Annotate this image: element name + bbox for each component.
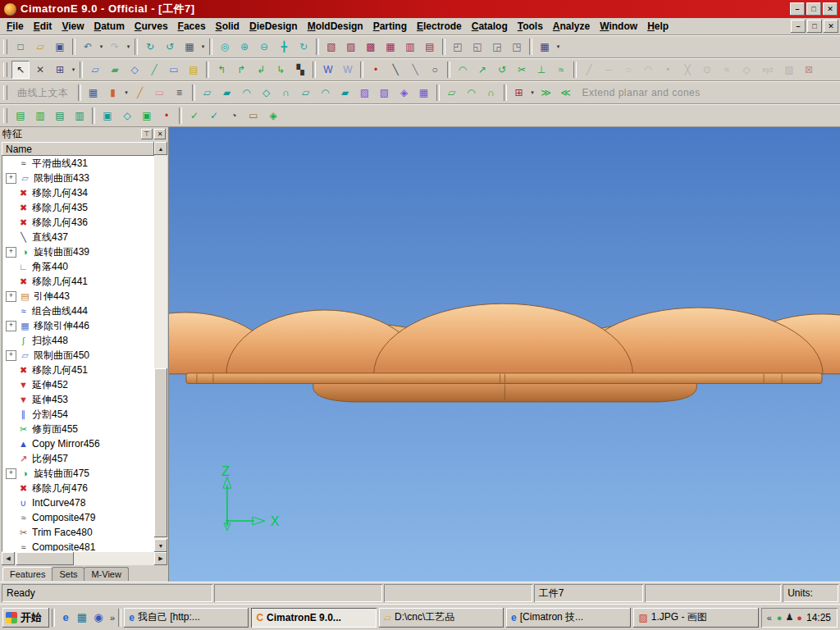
patch-surface-button[interactable]: ◈ [395,84,413,102]
sketch-hatch-button[interactable]: ▨ [780,61,798,79]
tree-item[interactable]: +▦移除引伸446 [2,318,154,333]
scroll-down-icon[interactable]: ▼ [154,539,167,552]
step-back-button[interactable]: ↰ [212,61,231,79]
menu-datum[interactable]: Datum [89,19,130,34]
extend-surface-button[interactable]: ≫ [537,84,555,102]
tree-item[interactable]: +▱限制曲面433 [2,171,154,185]
vertical-scrollbar[interactable]: ▲ ▼ [154,142,167,552]
menu-help[interactable]: Help [642,19,673,34]
tree-item[interactable]: ∟角落440 [2,259,154,274]
mesh-surface-button[interactable]: ▨ [356,84,374,102]
menu-diedesign[interactable]: DieDesign [244,19,303,34]
qq-icon[interactable]: ♟ [785,612,793,623]
paste-feature-button[interactable]: ▥ [71,107,89,125]
tree-item[interactable]: ≈平滑曲线431 [2,156,154,171]
toolbar-grip[interactable] [3,85,7,100]
pen-button[interactable]: ╱ [131,84,149,102]
tree-item[interactable]: ▼延伸452 [2,377,154,392]
ruled-surface-button[interactable]: ▱ [199,84,217,102]
tab-features[interactable]: Features [2,567,52,581]
tab-m-view[interactable]: M-View [84,567,128,581]
normal-curve-button[interactable]: ⊥ [532,61,550,79]
fill-color-button[interactable]: ▮ [104,84,122,102]
view-side-button[interactable]: ▦ [381,38,399,56]
sketch-point-button[interactable]: • [659,61,677,79]
sketch-delete-button[interactable]: ⊠ [800,61,818,79]
dropdown-arrow-icon[interactable]: ▾ [123,84,130,101]
media-player-icon[interactable]: ◉ [90,609,107,626]
active-part-button[interactable]: ▣ [138,107,156,125]
fillet-curve-button[interactable]: ↺ [493,61,511,79]
pin-icon[interactable]: ⊤ [141,129,153,139]
display-edges-button[interactable]: ◳ [508,38,526,56]
revolve-surface-button[interactable]: ◠ [238,84,256,102]
dynamic-rotate-button[interactable]: ↻ [294,38,313,56]
zoom-window-button[interactable]: ◎ [216,38,234,56]
vertical-scroll-thumb[interactable] [154,368,167,537]
tree-item[interactable]: ↗比例457 [2,451,154,466]
drive-curve-surface-button[interactable]: ◠ [317,84,335,102]
view-top-button[interactable]: ▩ [362,38,380,56]
flag-button[interactable]: ▚ [291,61,309,79]
taskbar-task[interactable]: ▱D:\cnc\工艺品 [379,608,504,628]
view-bottom-button[interactable]: ▤ [421,38,439,56]
regenerate-button[interactable]: ↻ [141,38,159,56]
expand-icon[interactable]: + [6,247,16,258]
dropdown-arrow-icon[interactable]: ▾ [70,62,77,78]
tab-sets[interactable]: Sets [52,567,84,581]
arc-button[interactable]: ◠ [454,61,472,79]
name-column-header[interactable]: Name [2,142,154,156]
expand-icon[interactable]: + [6,173,16,184]
go-first-button[interactable]: ↲ [252,61,270,79]
taskbar-task[interactable]: CCimatronE 9.0... [251,608,376,628]
net-surface-button[interactable]: ▰ [336,84,354,102]
tree-item[interactable]: ✖移除几何476 [2,481,154,495]
menu-window[interactable]: Window [595,19,642,34]
tree-item[interactable]: +▱限制曲面450 [2,348,154,363]
spline-button[interactable]: ≈ [552,61,570,79]
dropdown-arrow-icon[interactable]: ▾ [98,39,105,55]
dropdown-arrow-icon[interactable]: ▾ [529,84,536,101]
sketch-spline-button[interactable]: ≈ [718,61,736,79]
display-shaded-button[interactable]: ◲ [488,38,506,56]
filter-solids-button[interactable]: ▰ [106,61,124,79]
restore-button[interactable]: □ [806,2,821,16]
pick-box-button[interactable]: ⊞ [51,61,69,79]
go-last-button[interactable]: ↳ [272,61,290,79]
attribute-table-button[interactable]: ▦ [84,84,103,102]
polyline-button[interactable]: ╲ [406,61,424,79]
view-front-button[interactable]: ▨ [342,38,360,56]
step-forward-button[interactable]: ↱ [232,61,250,79]
tree-item[interactable]: ∥分割454 [2,407,154,422]
menu-catalog[interactable]: Catalog [467,19,513,34]
horizontal-scrollbar[interactable]: ◀ ▶ [2,552,167,565]
tree-item[interactable]: ▲Copy Mirror456 [2,436,154,451]
dropdown-arrow-icon[interactable]: ▾ [125,39,132,55]
messenger-icon[interactable]: ● [777,613,783,623]
line-style-button[interactable]: ≡ [171,84,189,102]
unselect-button[interactable]: ✕ [31,61,49,79]
fillet-face-button[interactable]: ◠ [463,84,481,102]
tree-item[interactable]: ✖移除几何441 [2,274,154,289]
tree-item[interactable]: ∪IntCurve478 [2,495,154,510]
datum-point-button[interactable]: • [158,107,176,125]
tree-item[interactable]: +▤引伸443 [2,289,154,304]
planar-surface-button[interactable]: ▰ [218,84,236,102]
tree-item[interactable]: +◑旋转曲面439 [2,244,154,259]
tree-item[interactable]: +◑旋转曲面475 [2,466,154,481]
ie-icon[interactable]: e [57,609,74,626]
menu-analyze[interactable]: Analyze [548,19,595,34]
display-wireframe-button[interactable]: ◰ [449,38,467,56]
circle-button[interactable]: ○ [426,61,444,79]
expand-icon[interactable]: + [6,291,16,302]
expand-icon[interactable]: + [6,468,16,479]
menu-tools[interactable]: Tools [513,19,548,34]
loft-surface-button[interactable]: ∩ [277,84,295,102]
wcs-secondary-button[interactable]: W [339,61,357,79]
round-face-button[interactable]: ∩ [482,84,500,102]
antivirus-icon[interactable]: ● [797,613,802,623]
menu-electrode[interactable]: Electrode [412,19,467,34]
point-button[interactable]: • [367,61,385,79]
vertical-scroll-track[interactable] [154,155,167,539]
tray-chevron-icon[interactable]: « [766,613,773,623]
